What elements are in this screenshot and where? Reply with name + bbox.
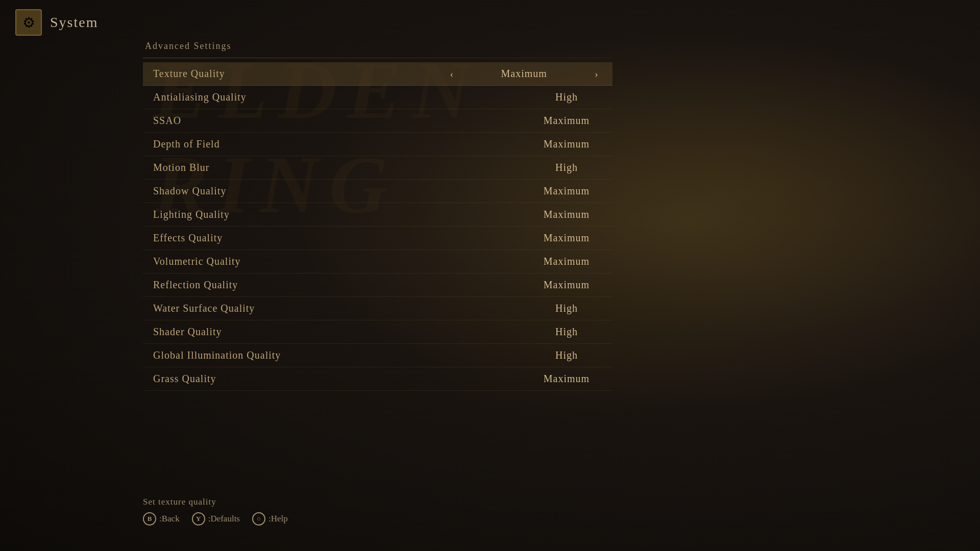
nav-arrows: ‹Maximum› [446, 66, 602, 82]
setting-value: High [531, 303, 602, 314]
main-panel: Advanced Settings Texture Quality‹Maximu… [143, 41, 612, 391]
setting-label: Lighting Quality [153, 209, 531, 220]
setting-label: Global Illumination Quality [153, 349, 531, 361]
footer-control[interactable]: Y:Defaults [192, 512, 240, 525]
setting-label: Reflection Quality [153, 279, 531, 291]
setting-label: Water Surface Quality [153, 303, 531, 314]
setting-value: Maximum [531, 185, 602, 197]
setting-row[interactable]: Motion BlurHigh [143, 156, 612, 180]
control-label: :Defaults [208, 514, 240, 524]
setting-value: Maximum [531, 279, 602, 291]
settings-list: Texture Quality‹Maximum›Antialiasing Qua… [143, 62, 612, 391]
setting-label: Texture Quality [153, 68, 446, 80]
setting-value: High [531, 349, 602, 361]
setting-label: Depth of Field [153, 138, 531, 150]
setting-row[interactable]: Volumetric QualityMaximum [143, 250, 612, 273]
setting-row[interactable]: Global Illumination QualityHigh [143, 344, 612, 367]
setting-row[interactable]: Depth of FieldMaximum [143, 133, 612, 156]
setting-value: High [531, 162, 602, 173]
setting-label: Grass Quality [153, 373, 531, 385]
setting-label: Shader Quality [153, 326, 531, 338]
footer: Set texture quality B:BackY:Defaults○:He… [143, 497, 288, 525]
section-divider [143, 58, 612, 58]
setting-label: Volumetric Quality [153, 256, 531, 267]
setting-value: Maximum [531, 373, 602, 385]
setting-value: High [531, 91, 602, 103]
footer-control[interactable]: ○:Help [252, 512, 288, 525]
setting-value: High [531, 326, 602, 338]
footer-hint: Set texture quality [143, 497, 288, 507]
setting-row[interactable]: Effects QualityMaximum [143, 227, 612, 250]
control-label: :Help [268, 514, 288, 524]
setting-value: Maximum [531, 138, 602, 150]
control-icon: B [143, 512, 156, 525]
setting-row[interactable]: Reflection QualityMaximum [143, 273, 612, 297]
setting-label: SSAO [153, 115, 531, 127]
setting-value: Maximum [531, 256, 602, 267]
arrow-left-button[interactable]: ‹ [446, 66, 457, 82]
setting-value: Maximum [531, 209, 602, 220]
header: ⚙ System [0, 0, 980, 45]
footer-controls: B:BackY:Defaults○:Help [143, 512, 288, 525]
section-title: Advanced Settings [143, 41, 612, 52]
arrow-right-button[interactable]: › [591, 66, 602, 82]
setting-row[interactable]: Antialiasing QualityHigh [143, 86, 612, 109]
setting-label: Shadow Quality [153, 185, 531, 197]
setting-label: Effects Quality [153, 232, 531, 244]
control-label: :Back [159, 514, 180, 524]
setting-value: Maximum [531, 115, 602, 127]
setting-value: Maximum [531, 232, 602, 244]
setting-row[interactable]: SSAOMaximum [143, 109, 612, 133]
gear-icon: ⚙ [15, 9, 42, 36]
main-content: ⚙ System Advanced Settings Texture Quali… [0, 0, 980, 551]
setting-row[interactable]: Lighting QualityMaximum [143, 203, 612, 227]
setting-label: Motion Blur [153, 162, 531, 173]
setting-row[interactable]: Texture Quality‹Maximum› [143, 62, 612, 86]
setting-row[interactable]: Shader QualityHigh [143, 320, 612, 344]
control-icon: ○ [252, 512, 265, 525]
setting-row[interactable]: Shadow QualityMaximum [143, 180, 612, 203]
setting-value: Maximum [488, 68, 560, 80]
control-icon: Y [192, 512, 205, 525]
setting-row[interactable]: Water Surface QualityHigh [143, 297, 612, 320]
setting-label: Antialiasing Quality [153, 91, 531, 103]
header-title: System [50, 14, 98, 31]
footer-control[interactable]: B:Back [143, 512, 180, 525]
setting-row[interactable]: Grass QualityMaximum [143, 367, 612, 391]
